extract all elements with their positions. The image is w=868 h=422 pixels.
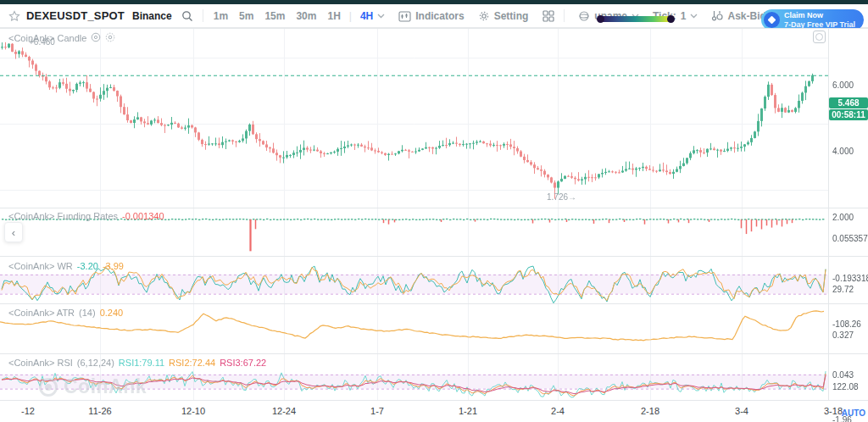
toolbar-separator [203, 9, 203, 22]
time-label: 11-26 [88, 406, 111, 416]
low-price-tag: 1.726→ [547, 192, 576, 202]
collapse-panel-button[interactable]: ‹ [4, 222, 23, 242]
screenshot-icon[interactable] [813, 31, 826, 43]
claim-now-label: Claim Now [784, 11, 855, 19]
timeframe-divider: | [349, 10, 352, 22]
rsi-tick-top: 122.08 [832, 382, 859, 391]
time-axis[interactable]: -12 11-26 12-10 12-24 1-7 1-21 2-4 2-18 … [0, 401, 868, 422]
tick-value: 1 [681, 10, 687, 22]
time-label: 1-21 [459, 406, 477, 416]
timeframe-4h-active[interactable]: 4H [360, 10, 373, 22]
time-label: 2-4 [551, 406, 565, 416]
wr-value-2: -3.99 [103, 261, 124, 271]
wr-legend: <CoinAnk> WR -3.20 -3.99 [8, 261, 124, 271]
funding-tick-top: 0.055357 [832, 234, 868, 243]
atr-value: 0.240 [100, 308, 124, 318]
price-tick-6000: 6.000 [832, 81, 854, 90]
indicators-icon [398, 10, 411, 22]
rsi-legend: <CoinAnk> RSI (6,12,24) RSI1:79.11 RSI2:… [8, 358, 266, 368]
time-label: 3-4 [735, 406, 748, 416]
wr-tick-top: 29.72 [832, 285, 854, 294]
rsi-param: (6,12,24) [77, 358, 114, 368]
time-label: 12-10 [181, 406, 205, 416]
setting-button[interactable]: Setting [478, 10, 529, 22]
timeframe-30m[interactable]: 30m [296, 10, 316, 22]
wr-value-1: -3.20 [77, 261, 98, 271]
funding-value: -0.001340 [122, 211, 164, 221]
heatmap-gradient-slider[interactable] [600, 16, 671, 22]
time-label: 2-18 [641, 406, 659, 416]
atr-tick-bottom: 0.043 [832, 370, 854, 380]
rsi3-value: RSI3:67.22 [220, 358, 266, 368]
timeframe-1h[interactable]: 1H [327, 10, 340, 22]
timeframe-15m[interactable]: 15m [264, 10, 285, 22]
gear-icon [478, 10, 490, 22]
first-price-tag: +6.460 [29, 37, 55, 47]
gradient-handle-left[interactable] [597, 15, 604, 23]
price-axis[interactable]: 6.000 5.468 00:58:11 4.000 2.000 0.05535… [829, 28, 868, 401]
rsi-legend-label: <CoinAnk> RSI [8, 358, 73, 368]
timeframe-chevron-down-icon[interactable] [377, 14, 385, 19]
layout-grid-button[interactable] [542, 10, 554, 22]
time-label: 1-7 [370, 406, 384, 416]
atr-param: (14) [79, 308, 96, 318]
indicators-label: Indicators [415, 10, 464, 22]
funding-legend: <CoinAnk> Funding Rates -0.001340 [8, 211, 164, 221]
price-tick-4000: 4.000 [832, 147, 854, 156]
toolbar-separator [564, 9, 565, 22]
symbol-name[interactable]: DEXEUSDT_SPOT [26, 9, 125, 22]
main-toolbar: DEXEUSDT_SPOT Binance 1m 5m 15m 30m 1H |… [0, 4, 868, 28]
countdown-badge: 00:58:11 [829, 109, 868, 120]
wr-tick-bottom: -108.26 [832, 319, 861, 329]
atr-legend: <CoinAnk> ATR (14) 0.240 [8, 308, 123, 318]
atr-tick-top: 0.327 [832, 330, 854, 340]
rsi2-value: RSI2:72.44 [169, 358, 215, 368]
ask-bid-cluster-icon [711, 10, 723, 21]
candle-legend: <CoinAnk> Candle [8, 32, 115, 44]
grid-icon [542, 10, 554, 22]
trading-app-window: DEXEUSDT_SPOT Binance 1m 5m 15m 30m 1H |… [0, 0, 868, 422]
uname-icon [578, 10, 590, 22]
atr-legend-label: <CoinAnk> ATR [8, 308, 75, 318]
price-tick-2000: 2.000 [832, 213, 854, 222]
visibility-eye-icon[interactable] [91, 32, 101, 44]
timeframe-1m[interactable]: 1m [214, 10, 228, 22]
funding-legend-label: <CoinAnk> Funding Rates [8, 211, 118, 221]
rsi-tick-bottom: -1.96 [832, 415, 852, 422]
funding-tick-bottom: -0.193318 [832, 274, 868, 283]
rsi1-value: RSI1:79.11 [119, 358, 164, 368]
last-price-badge: 5.468 [829, 97, 868, 108]
indicator-settings-gear-icon[interactable] [105, 32, 115, 44]
time-label: -12 [21, 406, 35, 416]
search-icon[interactable] [181, 10, 193, 22]
time-label: 12-24 [272, 406, 296, 416]
timeframe-5m[interactable]: 5m [239, 10, 253, 22]
exchange-name[interactable]: Binance [132, 10, 172, 22]
wr-legend-label: <CoinAnk> WR [8, 261, 73, 271]
chevron-down-icon [690, 14, 698, 19]
indicators-button[interactable]: Indicators [398, 10, 464, 22]
favorite-star-icon[interactable] [8, 10, 20, 22]
setting-label: Setting [494, 10, 529, 22]
vip-diamond-icon [764, 12, 780, 28]
gradient-handle-right[interactable] [667, 15, 675, 23]
